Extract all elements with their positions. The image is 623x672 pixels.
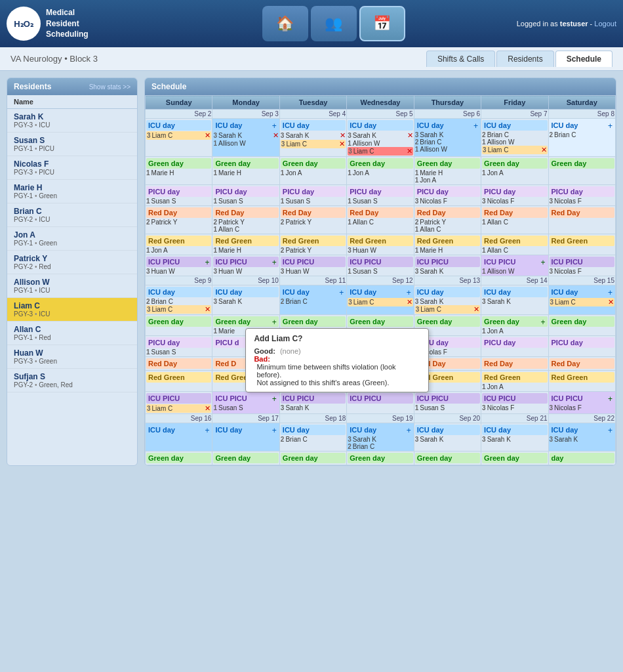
shift-picu-w2sat: PICU day [550, 337, 614, 348]
shift-icupicu-thu: ICU PICU [415, 257, 480, 267]
add-icu-w3mon[interactable]: + [272, 426, 277, 435]
sidebar-item-jon-a[interactable]: Jon A PGY-1 • Green [7, 227, 137, 251]
sidebar-item-susan-s[interactable]: Susan S PGY-1 • PICU [7, 133, 137, 156]
home-nav-button[interactable]: 🏠 [262, 6, 308, 41]
add-icu-w2sat[interactable]: + [608, 288, 613, 297]
remove[interactable]: ✕ [340, 131, 346, 140]
calendar-nav-button[interactable]: 📅 [359, 6, 405, 41]
logo-area: H₂O₂ Medical Resident Scheduling [7, 7, 151, 41]
location-label: VA Neurology [10, 54, 62, 64]
remove-liam[interactable]: ✕ [205, 404, 211, 413]
cell-tue-picu: PICU day 1 Susan S [279, 185, 346, 206]
sidebar-item-nicolas-f[interactable]: Nicolas F PGY-3 • PICU [7, 156, 137, 180]
show-stats-link[interactable]: Show stats >> [89, 83, 131, 91]
people-nav-button[interactable]: 👥 [311, 6, 357, 41]
tab-residents[interactable]: Residents [496, 51, 553, 67]
remove-sarah[interactable]: ✕ [273, 131, 279, 140]
cell-thu-red: Red Day 2 Patrick Y 1 Allan C [414, 206, 481, 234]
add-icu-thu[interactable]: + [473, 121, 478, 131]
shift-label: Red Day [283, 209, 312, 217]
resident-info: PGY-1 • Red [14, 334, 131, 341]
allan-entry: 1 Allan C [482, 219, 547, 226]
shift-green-wed: Green day [348, 158, 412, 169]
shift-green-w3sat: day [550, 453, 614, 463]
marie-entry: 1 Marie H [213, 169, 278, 177]
sidebar-item-huan-w[interactable]: Huan W PGY-3 • Green [7, 345, 137, 369]
sidebar-item-sufjan-s[interactable]: Sufjan S PGY-2 • Green, Red [7, 369, 137, 392]
add-icu-w3wed[interactable]: + [407, 426, 411, 435]
shift-icu-thu: ICU day + [415, 120, 480, 131]
sidebar-item-brian-c[interactable]: Brian C PGY-2 • ICU [7, 203, 137, 227]
add-icu-mon[interactable]: + [272, 121, 277, 131]
sidebar-item-allison-w[interactable]: Allison W PGY-1 • ICU [7, 274, 137, 298]
add-icu-w2wed[interactable]: + [407, 288, 411, 297]
week1-redgreen-row: Red Green 1 Jon A Red Green [146, 234, 616, 255]
shift-label: Green day [350, 454, 385, 462]
add-icu-w3sat[interactable]: + [608, 426, 613, 435]
tab-shifts-calls[interactable]: Shifts & Calls [426, 51, 495, 67]
huan-entry: 3 Huan W [213, 268, 278, 275]
remove-liam[interactable]: ✕ [473, 305, 479, 314]
sidebar-item-liam-c[interactable]: Liam C PGY-3 • ICU [7, 298, 137, 322]
logout-link[interactable]: Logout [594, 20, 616, 28]
cell-fri-icu: ICU day 2 Brian C 1 Allison W [481, 119, 548, 157]
tab-schedule[interactable]: Schedule [555, 51, 613, 67]
shift-icupicu-w2sat: ICU PICU + [550, 393, 614, 404]
add-icu-sat[interactable]: + [608, 121, 613, 131]
shift-label: Green day [283, 318, 318, 326]
shift-icu-w3wed: ICU day + [348, 425, 412, 435]
shift-label: Green day [148, 159, 184, 167]
remove-liam[interactable]: ✕ [407, 147, 412, 156]
shift-label: PICU d [215, 339, 239, 346]
cell-w3-wed-green: Green day [347, 452, 414, 465]
remove-liam[interactable]: ✕ [541, 146, 547, 154]
cell-sun-red: Red Day 2 Patrick Y [146, 206, 212, 234]
shift-picu-sun: PICU day [146, 186, 211, 197]
shift-label: ICU day [350, 288, 376, 296]
add-icupicu-mon[interactable]: + [272, 258, 277, 267]
shift-green-thu: Green day [415, 158, 480, 169]
date-sep15: Sep 15 [548, 276, 615, 285]
cell-sun-picu: PICU day 1 Susan S [146, 185, 212, 206]
remove-liam[interactable]: ✕ [608, 298, 614, 306]
resident-info: PGY-3 • PICU [14, 169, 131, 176]
shift-red-mon: Red Day [213, 207, 278, 218]
week1-red-row: Red Day 2 Patrick Y Red Day [146, 206, 616, 234]
shift-label: ICU day [417, 121, 444, 129]
add-green-w2fri[interactable]: + [541, 318, 546, 327]
cell-w2-sun-icu: ICU day 2 Brian C 3 Liam C ✕ [146, 285, 212, 315]
cell-w2-fri-picu: PICU day [481, 336, 548, 357]
remove-liam[interactable]: ✕ [339, 140, 345, 148]
sidebar-item-marie-h[interactable]: Marie H PGY-1 • Green [7, 180, 137, 203]
shift-red-fri: Red Day [482, 207, 547, 218]
tooltip-good-value: (none) [280, 347, 301, 355]
sidebar-item-allan-c[interactable]: Allan C PGY-1 • Red [7, 322, 137, 345]
remove-liam[interactable]: ✕ [205, 305, 211, 314]
add-icu-w2tue[interactable]: + [339, 288, 344, 297]
sidebar-item-sarah-k[interactable]: Sarah K PGY-3 • ICU [7, 109, 137, 133]
user-info: Logged in as testuser - Logout [517, 20, 616, 28]
shift-icu-mon: ICU day + [213, 120, 278, 131]
col-wednesday: Wednesday [347, 96, 414, 110]
add-icu-w3sun[interactable]: + [205, 426, 209, 435]
cell-sat-green: Green day [548, 157, 615, 185]
schedule-calendar: Sunday Monday Tuesday Wednesday Thursday… [145, 95, 616, 465]
cell-mon-rg: Red Green 1 Marie H [212, 234, 279, 255]
remove[interactable]: ✕ [407, 131, 413, 140]
add-icupicu-sun[interactable]: + [205, 258, 209, 267]
add-icupicu-w2mon[interactable]: + [272, 394, 277, 404]
susan-entry: 1 Susan S [348, 198, 412, 205]
shift-icu-w3sun: ICU day + [146, 425, 211, 435]
remove-liam[interactable]: ✕ [407, 298, 412, 306]
add-icupicu-fri[interactable]: + [541, 258, 546, 267]
add-icupicu-w2sat[interactable]: + [608, 394, 613, 404]
shift-label: ICU day [484, 121, 511, 129]
remove-liam[interactable]: ✕ [205, 131, 211, 140]
sidebar-item-patrick-y[interactable]: Patrick Y PGY-2 • Red [7, 251, 137, 274]
liam-entry: 3 Liam C ✕ [482, 146, 547, 154]
add-green-w2mon[interactable]: + [272, 318, 277, 327]
cell-w2-thu-icu: ICU day 3 Sarah K 3 Liam C ✕ [414, 285, 481, 315]
shift-picu-thu: PICU day [415, 186, 480, 197]
allan-entry: 1 Allan C [482, 247, 547, 254]
date-sep13: Sep 13 [414, 276, 481, 285]
